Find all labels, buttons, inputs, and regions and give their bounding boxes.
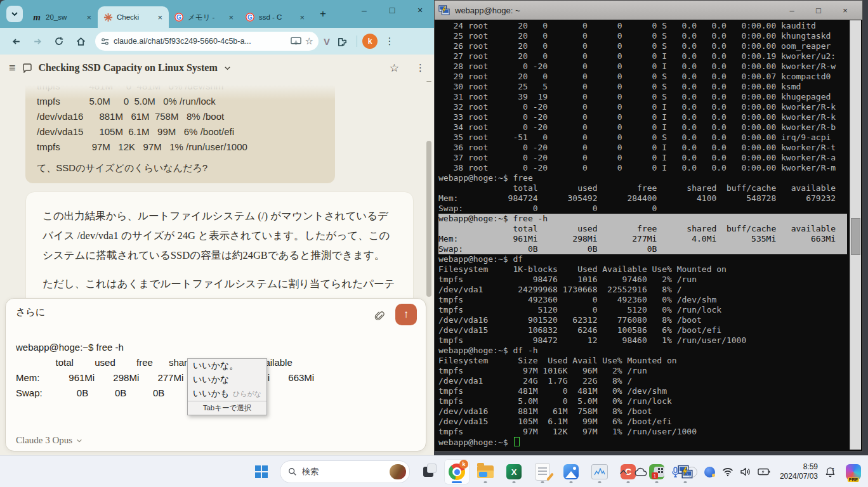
terminal-line: 36 root 0 -20 0 0 0 I 0.0 0.0 0:00.00 kw… bbox=[438, 143, 847, 153]
maximize-button[interactable]: □ bbox=[378, 0, 406, 20]
ime-candidate[interactable]: いいかな。 bbox=[188, 359, 266, 373]
browser-window-controls: – □ × bbox=[350, 0, 434, 22]
taskbar-app-chrome[interactable]: k bbox=[444, 459, 470, 484]
reload-button[interactable] bbox=[49, 32, 69, 51]
tab-close-icon[interactable]: × bbox=[85, 13, 93, 22]
close-button[interactable]: × bbox=[832, 6, 858, 15]
extensions-button[interactable] bbox=[332, 32, 352, 51]
terminal-line: 26 root 20 0 0 0 0 S 0.0 0.0 0:00.00 oom… bbox=[438, 41, 847, 51]
browser-tab[interactable]: m G メモリ - × bbox=[169, 6, 240, 28]
tab-favicon-icon: m G bbox=[174, 12, 184, 22]
claude-page: tmpfs 481M 0 481M 0% /dev/shm tmpfs 5.0M… bbox=[0, 55, 434, 455]
microphone-icon[interactable] bbox=[671, 467, 680, 477]
terminal-line: 34 root 0 -20 0 0 0 I 0.0 0.0 0:00.00 kw… bbox=[438, 122, 847, 133]
send-to-device-icon[interactable] bbox=[291, 37, 301, 46]
chat-scrollbar[interactable] bbox=[426, 86, 431, 449]
terminal-output[interactable]: 24 root 20 0 0 0 0 S 0.0 0.0 0:00.00 kau… bbox=[438, 21, 847, 450]
terminal-scrollbar-thumb[interactable] bbox=[851, 218, 860, 255]
tray-overflow-button[interactable] bbox=[619, 469, 628, 475]
ime-candidate[interactable]: いいかな bbox=[188, 373, 266, 387]
conversation-title[interactable]: Checking SSD Capacity on Linux System bbox=[39, 62, 218, 74]
terminal-prompt-line: webapp@hoge:~$ bbox=[438, 437, 847, 447]
clock-utility-icon[interactable] bbox=[687, 467, 697, 477]
ime-candidate[interactable]: いいかも bbox=[188, 387, 266, 401]
terminal-line: Mem: 984724 305492 284400 4100 548728 67… bbox=[438, 193, 847, 204]
profile-avatar[interactable]: k bbox=[362, 34, 378, 49]
minimize-button[interactable]: – bbox=[779, 6, 805, 15]
user-message-line: /dev/vda16 881M 61M 758M 8% /boot bbox=[37, 109, 324, 124]
home-button[interactable] bbox=[71, 32, 90, 51]
terminal-line: /dev/vda15 106832 6246 100586 6% /boot/e… bbox=[438, 325, 847, 335]
task-view-button[interactable] bbox=[416, 459, 441, 484]
taskbar-clock[interactable]: 8:59 2024/07/03 bbox=[780, 462, 818, 481]
terminal-scrollbar[interactable] bbox=[850, 20, 861, 450]
folder-icon bbox=[477, 465, 494, 478]
copilot-button[interactable]: PRE bbox=[843, 459, 864, 484]
title-chevron-icon[interactable] bbox=[224, 65, 231, 72]
tab-search-button[interactable] bbox=[6, 6, 23, 22]
browser-window: m G 20_sw × m G Checki bbox=[0, 0, 434, 455]
url-text[interactable]: claude.ai/chat/5f93c249-5660-4c5b-a... bbox=[114, 37, 287, 46]
browser-tab[interactable]: m G ssd - C × bbox=[240, 6, 311, 28]
terminal-cursor bbox=[514, 437, 520, 446]
model-selector[interactable]: Claude 3 Opus bbox=[16, 435, 82, 446]
address-bar[interactable]: claude.ai/chat/5f93c249-5660-4c5b-a... ☆ bbox=[95, 32, 319, 51]
terminal-line: total used free shared buff/cache availa… bbox=[438, 224, 847, 234]
clock-time: 8:59 bbox=[780, 462, 818, 472]
forward-button[interactable] bbox=[28, 32, 47, 51]
browser-tab[interactable]: m G Checki × bbox=[98, 6, 169, 28]
terminal-title: webapp@hoge: ~ bbox=[455, 6, 520, 15]
chat-scrollbar-thumb[interactable] bbox=[426, 141, 431, 297]
browser-menu-button[interactable]: ⋮ bbox=[380, 32, 399, 51]
terminal-line: 30 root 25 5 0 0 0 S 0.0 0.0 0:00.00 ksm… bbox=[438, 82, 847, 92]
terminal-line: tmpfs 481M 0 481M 0% /dev/shm bbox=[438, 386, 847, 396]
favorite-star-icon[interactable]: ☆ bbox=[390, 62, 399, 75]
tab-title: メモリ - bbox=[188, 13, 223, 22]
tab-close-icon[interactable]: × bbox=[298, 13, 306, 22]
new-tab-button[interactable]: + bbox=[315, 6, 331, 22]
chat-menu-icon[interactable]: ⋮ bbox=[416, 62, 425, 74]
todo-notification-icon[interactable]: 1 bbox=[654, 467, 664, 477]
battery-icon[interactable] bbox=[758, 468, 770, 476]
notification-bell-icon[interactable]: z bbox=[825, 467, 836, 477]
attach-file-button[interactable] bbox=[369, 305, 390, 327]
tab-close-icon[interactable]: × bbox=[227, 13, 235, 22]
bookmark-star-icon[interactable]: ☆ bbox=[305, 36, 313, 47]
sidebar-menu-icon[interactable]: ≡ bbox=[9, 62, 16, 75]
tab-close-icon[interactable]: × bbox=[156, 13, 164, 22]
copilot-icon: PRE bbox=[846, 464, 861, 479]
volume-icon[interactable] bbox=[740, 467, 751, 476]
minimize-button[interactable]: – bbox=[350, 0, 378, 20]
forward-arrow-icon bbox=[32, 36, 43, 47]
terminal-titlebar[interactable]: webapp@hoge: ~ – □ × bbox=[435, 1, 862, 20]
toolbar-divider bbox=[357, 36, 357, 47]
terminal-line: /dev/vda16 901520 62312 776080 8% /boot bbox=[438, 315, 847, 325]
site-info-icon[interactable] bbox=[100, 37, 110, 46]
terminal-line: Filesystem 1K-blocks Used Available Use%… bbox=[438, 264, 847, 275]
taskbar-app-notepad[interactable] bbox=[530, 459, 555, 484]
browser-tab[interactable]: m G 20_sw × bbox=[27, 6, 98, 28]
onedrive-icon[interactable] bbox=[635, 467, 647, 476]
taskbar-app-excel[interactable]: X bbox=[501, 459, 527, 484]
v-extension-icon[interactable]: V bbox=[324, 36, 330, 47]
wifi-icon[interactable] bbox=[722, 467, 733, 476]
taskbar-app-explorer[interactable] bbox=[473, 459, 498, 484]
close-button[interactable]: × bbox=[406, 0, 434, 20]
ime-candidate-text: いいかな。 bbox=[193, 360, 238, 372]
model-name: Claude 3 Opus bbox=[16, 435, 72, 446]
terminal-line: total used free shared buff/cache availa… bbox=[438, 183, 847, 193]
notepad-icon bbox=[535, 463, 550, 481]
terminal-line: tmpfs 5120 0 5120 0% /run/lock bbox=[438, 305, 847, 315]
taskbar-app-photos[interactable] bbox=[558, 459, 584, 484]
taskbar-app-performance-monitor[interactable] bbox=[587, 459, 612, 484]
back-button[interactable] bbox=[6, 32, 25, 51]
taskbar-search[interactable]: 検索 bbox=[280, 460, 410, 483]
desktop: m G 20_sw × m G Checki bbox=[0, 0, 868, 487]
start-button[interactable] bbox=[249, 459, 274, 484]
search-daily-image[interactable] bbox=[390, 464, 406, 479]
send-button[interactable]: ↑ bbox=[395, 304, 417, 325]
excel-icon: X bbox=[506, 464, 522, 479]
terminal-line: Swap: 0 0 0 bbox=[438, 204, 847, 214]
app-sphere-icon[interactable] bbox=[704, 467, 715, 477]
maximize-button[interactable]: □ bbox=[805, 6, 832, 15]
